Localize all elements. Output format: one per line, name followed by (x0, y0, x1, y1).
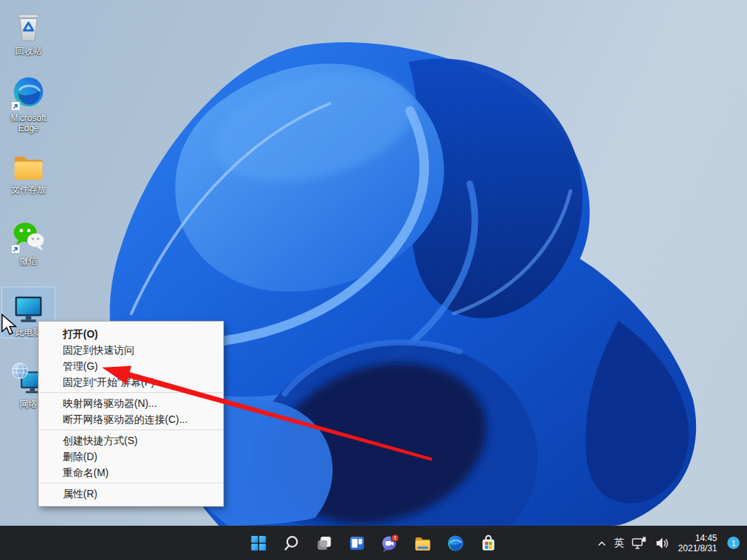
menu-item-pin-to-start[interactable]: 固定到“开始”屏幕(P) (39, 374, 223, 390)
language-indicator[interactable]: 英 (614, 537, 624, 550)
menu-item-map-network-drive[interactable]: 映射网络驱动器(N)... (39, 395, 223, 411)
tray-chevron-up-icon[interactable] (597, 539, 607, 548)
store-button[interactable] (479, 534, 498, 553)
menu-item-rename[interactable]: 重命名(M) (39, 464, 223, 481)
desktop-icon-label: 微信 (2, 256, 55, 266)
windows-logo-icon (250, 534, 268, 552)
menu-separator (39, 392, 222, 393)
task-view-button[interactable] (315, 534, 334, 553)
menu-separator (39, 483, 222, 483)
clock[interactable]: 14:45 2021/8/31 (678, 533, 717, 553)
desktop-icon-wechat[interactable]: 微信 (2, 216, 55, 266)
folder-icon (2, 146, 55, 182)
desktop-icon-label: 回收站 (2, 46, 55, 56)
notification-count-badge[interactable]: 1 (727, 537, 740, 549)
taskbar-center-group: ! (249, 526, 498, 560)
shortcut-arrow-icon (11, 244, 20, 254)
this-pc-icon (2, 289, 55, 325)
chat-notification-badge: ! (394, 534, 396, 541)
context-menu: 打开(O) 固定到快速访问 管理(G) 固定到“开始”屏幕(P) 映射网络驱动器… (38, 321, 224, 507)
network-tray-icon[interactable] (632, 537, 648, 550)
edge-icon (447, 534, 465, 552)
search-icon (283, 534, 301, 552)
menu-item-delete[interactable]: 删除(D) (39, 448, 223, 464)
widgets-button[interactable] (348, 534, 367, 553)
recycle-bin-icon (2, 7, 55, 44)
desktop-icon-label: Microsoft Edge (2, 113, 55, 133)
wechat-icon (2, 217, 55, 254)
desktop-icon-edge[interactable]: Microsoft Edge (2, 73, 55, 133)
menu-item-open[interactable]: 打开(O) (39, 326, 223, 342)
volume-icon[interactable] (655, 537, 670, 550)
file-explorer-icon (414, 534, 432, 552)
file-explorer-button[interactable] (414, 534, 433, 553)
task-view-icon (316, 534, 333, 552)
system-tray: 英 14:45 2021/8/31 1 (597, 526, 740, 560)
desktop-icon-recycle-bin[interactable]: 回收站 (2, 6, 55, 56)
chat-button[interactable]: ! (381, 534, 400, 553)
taskbar: ! (0, 526, 747, 560)
chat-icon: ! (381, 534, 400, 553)
menu-item-pin-quick-access[interactable]: 固定到快速访问 (39, 342, 223, 358)
search-button[interactable] (282, 534, 301, 553)
clock-date: 2021/8/31 (678, 543, 717, 553)
shortcut-arrow-icon (11, 101, 20, 111)
desktop-icon-label: 文件存放 (2, 184, 55, 195)
store-icon (480, 534, 498, 552)
menu-item-properties[interactable]: 属性(R) (39, 486, 223, 502)
widgets-icon (349, 534, 366, 552)
desktop-icon-files[interactable]: 文件存放 (2, 144, 55, 195)
clock-time: 14:45 (678, 533, 717, 543)
edge-taskbar-button[interactable] (446, 534, 465, 553)
edge-icon (2, 74, 55, 111)
menu-item-disconnect-network-drive[interactable]: 断开网络驱动器的连接(C)... (39, 411, 223, 427)
start-button[interactable] (249, 534, 268, 553)
menu-item-create-shortcut[interactable]: 创建快捷方式(S) (39, 432, 223, 448)
menu-item-manage[interactable]: 管理(G) (39, 358, 223, 374)
menu-separator (39, 429, 222, 430)
